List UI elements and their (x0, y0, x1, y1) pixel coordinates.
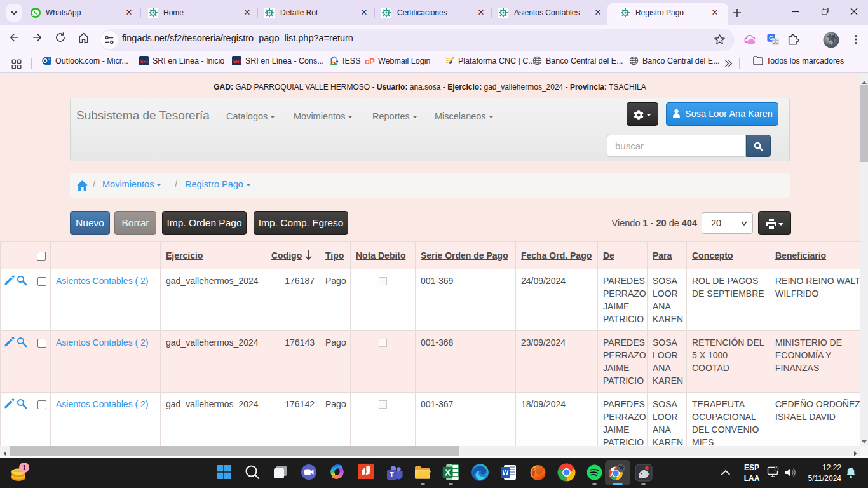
svg-text:文: 文 (773, 39, 778, 44)
svg-text:cP: cP (365, 57, 375, 66)
svg-text:SRI: SRI (140, 59, 148, 64)
svg-text:T: T (390, 471, 393, 478)
svg-text:1: 1 (22, 464, 26, 471)
svg-text:SRI: SRI (233, 59, 241, 64)
